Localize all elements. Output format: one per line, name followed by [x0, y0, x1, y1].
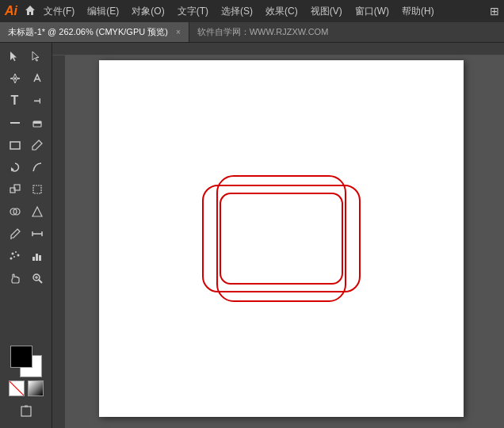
zoom-tool[interactable] [27, 268, 48, 289]
active-tab-label: 未标题-1* @ 262.06% (CMYK/GPU 预览) [8, 26, 168, 38]
tool-row-path [0, 201, 52, 222]
svg-marker-12 [32, 207, 42, 216]
menu-view[interactable]: 视图(V) [305, 2, 348, 21]
artwork [202, 175, 361, 302]
inner-shape [220, 193, 343, 285]
svg-rect-22 [32, 257, 35, 261]
tool-row-pen [0, 68, 52, 89]
svg-rect-2 [10, 122, 20, 124]
menu-select[interactable]: 选择(S) [216, 2, 258, 21]
svg-rect-32 [52, 43, 504, 55]
canvas-area[interactable] [52, 43, 504, 428]
svg-rect-4 [33, 121, 41, 124]
color-swatches [10, 346, 42, 377]
menu-effect[interactable]: 效果(C) [260, 2, 304, 21]
shape-builder-tool[interactable] [5, 201, 25, 222]
selection-tool[interactable] [5, 46, 25, 67]
rotate-tool[interactable] [5, 157, 25, 178]
svg-rect-9 [33, 185, 41, 193]
warp-tool[interactable] [27, 157, 48, 178]
foreground-color-swatch[interactable] [10, 346, 32, 368]
app-icon-home[interactable] [24, 4, 36, 19]
line-tool[interactable] [5, 113, 25, 133]
svg-rect-24 [39, 255, 41, 261]
menu-object[interactable]: 对象(O) [126, 2, 170, 21]
paintbrush-tool[interactable] [27, 135, 48, 155]
tool-row-scale [0, 179, 52, 200]
eyedropper-tool[interactable] [5, 224, 25, 244]
grid-icon[interactable]: ⊞ [490, 5, 499, 17]
symbol-sprayer-tool[interactable] [5, 246, 25, 266]
menu-bar: Ai 文件(F) 编辑(E) 对象(O) 文字(T) 选择(S) 效果(C) 视… [0, 0, 504, 22]
tool-row-graph [0, 246, 52, 266]
vertical-ruler [52, 55, 65, 428]
add-anchor-tool[interactable] [27, 68, 48, 89]
svg-line-26 [39, 280, 42, 283]
app-logo: Ai [5, 4, 17, 18]
artboard-tool[interactable] [16, 401, 36, 422]
horizontal-ruler [52, 43, 504, 55]
artboard [99, 60, 464, 417]
rectangle-tool[interactable] [5, 135, 25, 155]
pen-tool[interactable] [5, 68, 25, 89]
svg-point-20 [13, 256, 15, 258]
color-area [0, 341, 52, 401]
svg-point-17 [11, 253, 13, 255]
svg-point-18 [15, 251, 17, 253]
svg-point-19 [17, 254, 19, 257]
svg-rect-29 [21, 407, 31, 416]
tool-row-rect [0, 135, 52, 155]
svg-point-0 [13, 78, 16, 80]
none-color-swatch[interactable] [9, 380, 25, 396]
inactive-tab-label: 软件自学网：WWW.RJZXW.COM [197, 26, 329, 38]
menu-edit[interactable]: 编辑(E) [82, 2, 124, 21]
menu-window[interactable]: 窗口(W) [349, 2, 395, 21]
graph-tool[interactable] [27, 246, 48, 266]
measure-tool[interactable] [27, 224, 48, 244]
direct-selection-tool[interactable] [27, 46, 48, 67]
tool-row-extra [0, 401, 52, 422]
tab-close-button[interactable]: × [176, 28, 181, 36]
free-transform-tool[interactable] [27, 179, 48, 200]
tool-row-type: T T [0, 90, 52, 111]
perspective-grid-tool[interactable] [27, 201, 48, 222]
menu-text[interactable]: 文字(T) [172, 2, 214, 21]
active-tab[interactable]: 未标题-1* @ 262.06% (CMYK/GPU 预览) × [0, 22, 189, 42]
tool-row-shape [0, 113, 52, 133]
swatch-small-row [5, 380, 47, 396]
svg-point-21 [10, 258, 12, 260]
inactive-tab[interactable]: 软件自学网：WWW.RJZXW.COM [189, 22, 504, 42]
hand-tool[interactable] [5, 268, 25, 289]
type-tool[interactable]: T [5, 90, 25, 111]
gradient-swatch[interactable] [28, 380, 44, 396]
svg-rect-5 [10, 142, 20, 149]
tab-bar: 未标题-1* @ 262.06% (CMYK/GPU 预览) × 软件自学网：W… [0, 22, 504, 43]
menu-file[interactable]: 文件(F) [38, 2, 80, 21]
menu-help[interactable]: 帮助(H) [396, 2, 440, 21]
svg-rect-23 [36, 254, 38, 261]
toolbar: T T [0, 43, 52, 428]
tool-row-transform [0, 157, 52, 178]
tool-row-select [0, 46, 52, 67]
tool-row-eyedropper [0, 224, 52, 244]
eraser-tool[interactable] [27, 113, 48, 133]
main-layout: T T [0, 43, 504, 428]
tool-row-view [0, 268, 52, 289]
scale-tool[interactable] [5, 179, 25, 200]
vertical-type-tool[interactable]: T [27, 90, 48, 111]
